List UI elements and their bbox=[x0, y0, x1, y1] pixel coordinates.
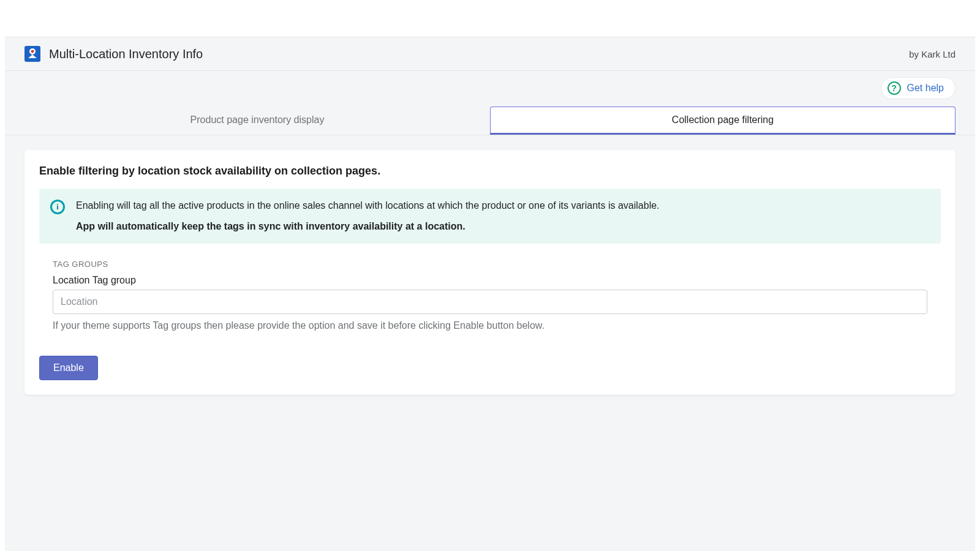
info-line-1: Enabling will tag all the active product… bbox=[76, 198, 660, 213]
app-header-left: Multi-Location Inventory Info bbox=[24, 46, 203, 62]
enable-button-label: Enable bbox=[53, 362, 84, 373]
tab-label: Collection page filtering bbox=[672, 114, 774, 125]
app-header: Multi-Location Inventory Info by Kark Lt… bbox=[5, 37, 975, 71]
tab-product-page-inventory[interactable]: Product page inventory display bbox=[24, 107, 490, 135]
app-logo-icon bbox=[24, 46, 40, 62]
tab-collection-page-filtering[interactable]: Collection page filtering bbox=[490, 107, 956, 135]
location-tag-group-input[interactable] bbox=[53, 290, 927, 314]
get-help-label: Get help bbox=[907, 83, 944, 94]
app-frame: Multi-Location Inventory Info by Kark Lt… bbox=[5, 37, 975, 551]
settings-card: Enable filtering by location stock avail… bbox=[24, 150, 956, 395]
get-help-button[interactable]: ? Get help bbox=[881, 77, 956, 99]
help-icon: ? bbox=[888, 81, 901, 95]
enable-button[interactable]: Enable bbox=[39, 356, 98, 380]
location-tag-group-label: Location Tag group bbox=[53, 275, 927, 286]
info-text: Enabling will tag all the active product… bbox=[76, 198, 660, 234]
tabs: Product page inventory display Collectio… bbox=[5, 99, 975, 135]
location-tag-group-field: Location Tag group bbox=[53, 275, 927, 314]
section-label-tag-groups: TAG GROUPS bbox=[53, 260, 927, 269]
app-title: Multi-Location Inventory Info bbox=[49, 47, 203, 61]
helper-text: If your theme supports Tag groups then p… bbox=[53, 320, 927, 331]
info-banner: i Enabling will tag all the active produ… bbox=[39, 189, 941, 244]
card-heading: Enable filtering by location stock avail… bbox=[39, 165, 941, 178]
tab-label: Product page inventory display bbox=[190, 114, 325, 125]
top-actions: ? Get help bbox=[5, 71, 975, 99]
info-line-2: App will automatically keep the tags in … bbox=[76, 219, 660, 234]
info-icon: i bbox=[50, 200, 65, 214]
app-author-label: by Kark Ltd bbox=[909, 49, 956, 59]
svg-point-2 bbox=[31, 50, 34, 53]
